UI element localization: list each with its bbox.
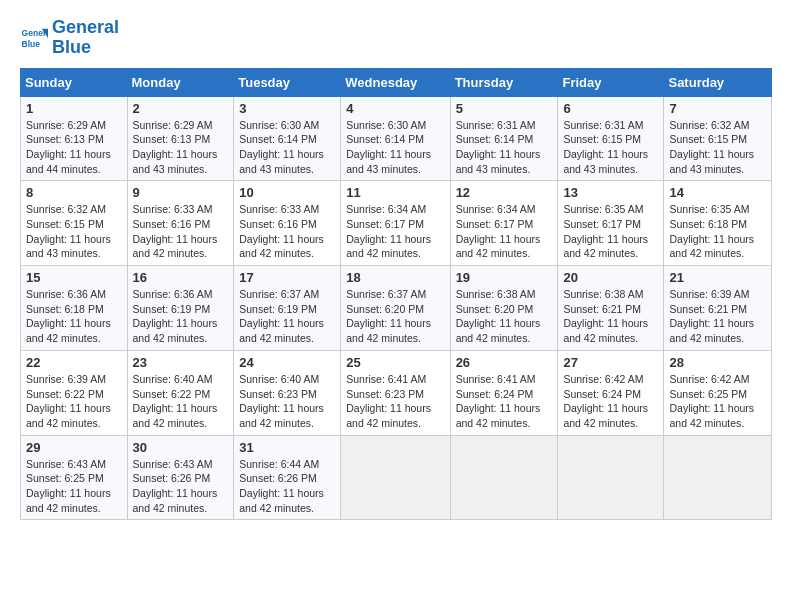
- table-row: 25 Sunrise: 6:41 AMSunset: 6:23 PMDaylig…: [341, 350, 450, 435]
- day-info: Sunrise: 6:31 AMSunset: 6:14 PMDaylight:…: [456, 119, 541, 175]
- day-info: Sunrise: 6:29 AMSunset: 6:13 PMDaylight:…: [26, 119, 111, 175]
- day-number: 23: [133, 355, 229, 370]
- table-row: 15 Sunrise: 6:36 AMSunset: 6:18 PMDaylig…: [21, 266, 128, 351]
- table-row: 27 Sunrise: 6:42 AMSunset: 6:24 PMDaylig…: [558, 350, 664, 435]
- calendar-week-3: 15 Sunrise: 6:36 AMSunset: 6:18 PMDaylig…: [21, 266, 772, 351]
- table-row: 17 Sunrise: 6:37 AMSunset: 6:19 PMDaylig…: [234, 266, 341, 351]
- table-row: 22 Sunrise: 6:39 AMSunset: 6:22 PMDaylig…: [21, 350, 128, 435]
- day-number: 6: [563, 101, 658, 116]
- day-number: 10: [239, 185, 335, 200]
- table-row: 8 Sunrise: 6:32 AMSunset: 6:15 PMDayligh…: [21, 181, 128, 266]
- table-row: 29 Sunrise: 6:43 AMSunset: 6:25 PMDaylig…: [21, 435, 128, 520]
- calendar-body: 1 Sunrise: 6:29 AMSunset: 6:13 PMDayligh…: [21, 96, 772, 520]
- calendar-week-4: 22 Sunrise: 6:39 AMSunset: 6:22 PMDaylig…: [21, 350, 772, 435]
- day-number: 31: [239, 440, 335, 455]
- day-number: 4: [346, 101, 444, 116]
- day-number: 20: [563, 270, 658, 285]
- day-number: 7: [669, 101, 766, 116]
- day-info: Sunrise: 6:43 AMSunset: 6:25 PMDaylight:…: [26, 458, 111, 514]
- day-info: Sunrise: 6:35 AMSunset: 6:18 PMDaylight:…: [669, 203, 754, 259]
- day-info: Sunrise: 6:42 AMSunset: 6:25 PMDaylight:…: [669, 373, 754, 429]
- day-number: 21: [669, 270, 766, 285]
- day-info: Sunrise: 6:42 AMSunset: 6:24 PMDaylight:…: [563, 373, 648, 429]
- day-info: Sunrise: 6:33 AMSunset: 6:16 PMDaylight:…: [133, 203, 218, 259]
- table-row: 19 Sunrise: 6:38 AMSunset: 6:20 PMDaylig…: [450, 266, 558, 351]
- logo: General Blue General Blue: [20, 18, 119, 58]
- table-row: 24 Sunrise: 6:40 AMSunset: 6:23 PMDaylig…: [234, 350, 341, 435]
- day-number: 26: [456, 355, 553, 370]
- table-row: 28 Sunrise: 6:42 AMSunset: 6:25 PMDaylig…: [664, 350, 772, 435]
- day-info: Sunrise: 6:39 AMSunset: 6:21 PMDaylight:…: [669, 288, 754, 344]
- day-number: 5: [456, 101, 553, 116]
- day-info: Sunrise: 6:32 AMSunset: 6:15 PMDaylight:…: [26, 203, 111, 259]
- day-info: Sunrise: 6:34 AMSunset: 6:17 PMDaylight:…: [346, 203, 431, 259]
- day-info: Sunrise: 6:43 AMSunset: 6:26 PMDaylight:…: [133, 458, 218, 514]
- day-info: Sunrise: 6:38 AMSunset: 6:20 PMDaylight:…: [456, 288, 541, 344]
- day-number: 14: [669, 185, 766, 200]
- day-info: Sunrise: 6:40 AMSunset: 6:23 PMDaylight:…: [239, 373, 324, 429]
- day-number: 24: [239, 355, 335, 370]
- table-row: [341, 435, 450, 520]
- day-info: Sunrise: 6:35 AMSunset: 6:17 PMDaylight:…: [563, 203, 648, 259]
- day-number: 28: [669, 355, 766, 370]
- day-info: Sunrise: 6:38 AMSunset: 6:21 PMDaylight:…: [563, 288, 648, 344]
- table-row: 30 Sunrise: 6:43 AMSunset: 6:26 PMDaylig…: [127, 435, 234, 520]
- calendar-table: SundayMondayTuesdayWednesdayThursdayFrid…: [20, 68, 772, 521]
- table-row: 5 Sunrise: 6:31 AMSunset: 6:14 PMDayligh…: [450, 96, 558, 181]
- day-number: 1: [26, 101, 122, 116]
- header-saturday: Saturday: [664, 68, 772, 96]
- svg-text:Blue: Blue: [22, 38, 41, 48]
- day-info: Sunrise: 6:32 AMSunset: 6:15 PMDaylight:…: [669, 119, 754, 175]
- day-info: Sunrise: 6:39 AMSunset: 6:22 PMDaylight:…: [26, 373, 111, 429]
- table-row: [450, 435, 558, 520]
- day-info: Sunrise: 6:37 AMSunset: 6:19 PMDaylight:…: [239, 288, 324, 344]
- table-row: 14 Sunrise: 6:35 AMSunset: 6:18 PMDaylig…: [664, 181, 772, 266]
- table-row: 18 Sunrise: 6:37 AMSunset: 6:20 PMDaylig…: [341, 266, 450, 351]
- table-row: 11 Sunrise: 6:34 AMSunset: 6:17 PMDaylig…: [341, 181, 450, 266]
- header-sunday: Sunday: [21, 68, 128, 96]
- day-number: 19: [456, 270, 553, 285]
- day-number: 22: [26, 355, 122, 370]
- day-info: Sunrise: 6:29 AMSunset: 6:13 PMDaylight:…: [133, 119, 218, 175]
- day-info: Sunrise: 6:34 AMSunset: 6:17 PMDaylight:…: [456, 203, 541, 259]
- table-row: 26 Sunrise: 6:41 AMSunset: 6:24 PMDaylig…: [450, 350, 558, 435]
- day-number: 12: [456, 185, 553, 200]
- header-friday: Friday: [558, 68, 664, 96]
- day-info: Sunrise: 6:40 AMSunset: 6:22 PMDaylight:…: [133, 373, 218, 429]
- header-tuesday: Tuesday: [234, 68, 341, 96]
- table-row: 2 Sunrise: 6:29 AMSunset: 6:13 PMDayligh…: [127, 96, 234, 181]
- table-row: 4 Sunrise: 6:30 AMSunset: 6:14 PMDayligh…: [341, 96, 450, 181]
- table-row: 23 Sunrise: 6:40 AMSunset: 6:22 PMDaylig…: [127, 350, 234, 435]
- day-number: 13: [563, 185, 658, 200]
- day-number: 11: [346, 185, 444, 200]
- table-row: [664, 435, 772, 520]
- table-row: 6 Sunrise: 6:31 AMSunset: 6:15 PMDayligh…: [558, 96, 664, 181]
- table-row: 9 Sunrise: 6:33 AMSunset: 6:16 PMDayligh…: [127, 181, 234, 266]
- day-number: 27: [563, 355, 658, 370]
- table-row: 3 Sunrise: 6:30 AMSunset: 6:14 PMDayligh…: [234, 96, 341, 181]
- day-info: Sunrise: 6:30 AMSunset: 6:14 PMDaylight:…: [239, 119, 324, 175]
- header-thursday: Thursday: [450, 68, 558, 96]
- table-row: 1 Sunrise: 6:29 AMSunset: 6:13 PMDayligh…: [21, 96, 128, 181]
- day-number: 9: [133, 185, 229, 200]
- day-info: Sunrise: 6:37 AMSunset: 6:20 PMDaylight:…: [346, 288, 431, 344]
- day-info: Sunrise: 6:36 AMSunset: 6:19 PMDaylight:…: [133, 288, 218, 344]
- table-row: 13 Sunrise: 6:35 AMSunset: 6:17 PMDaylig…: [558, 181, 664, 266]
- table-row: [558, 435, 664, 520]
- table-row: 16 Sunrise: 6:36 AMSunset: 6:19 PMDaylig…: [127, 266, 234, 351]
- table-row: 31 Sunrise: 6:44 AMSunset: 6:26 PMDaylig…: [234, 435, 341, 520]
- calendar-week-2: 8 Sunrise: 6:32 AMSunset: 6:15 PMDayligh…: [21, 181, 772, 266]
- day-info: Sunrise: 6:33 AMSunset: 6:16 PMDaylight:…: [239, 203, 324, 259]
- day-info: Sunrise: 6:41 AMSunset: 6:24 PMDaylight:…: [456, 373, 541, 429]
- day-info: Sunrise: 6:44 AMSunset: 6:26 PMDaylight:…: [239, 458, 324, 514]
- day-info: Sunrise: 6:31 AMSunset: 6:15 PMDaylight:…: [563, 119, 648, 175]
- header-wednesday: Wednesday: [341, 68, 450, 96]
- calendar-week-1: 1 Sunrise: 6:29 AMSunset: 6:13 PMDayligh…: [21, 96, 772, 181]
- logo-text: General Blue: [52, 18, 119, 58]
- calendar-week-5: 29 Sunrise: 6:43 AMSunset: 6:25 PMDaylig…: [21, 435, 772, 520]
- day-info: Sunrise: 6:41 AMSunset: 6:23 PMDaylight:…: [346, 373, 431, 429]
- day-number: 30: [133, 440, 229, 455]
- table-row: 12 Sunrise: 6:34 AMSunset: 6:17 PMDaylig…: [450, 181, 558, 266]
- day-number: 3: [239, 101, 335, 116]
- day-info: Sunrise: 6:36 AMSunset: 6:18 PMDaylight:…: [26, 288, 111, 344]
